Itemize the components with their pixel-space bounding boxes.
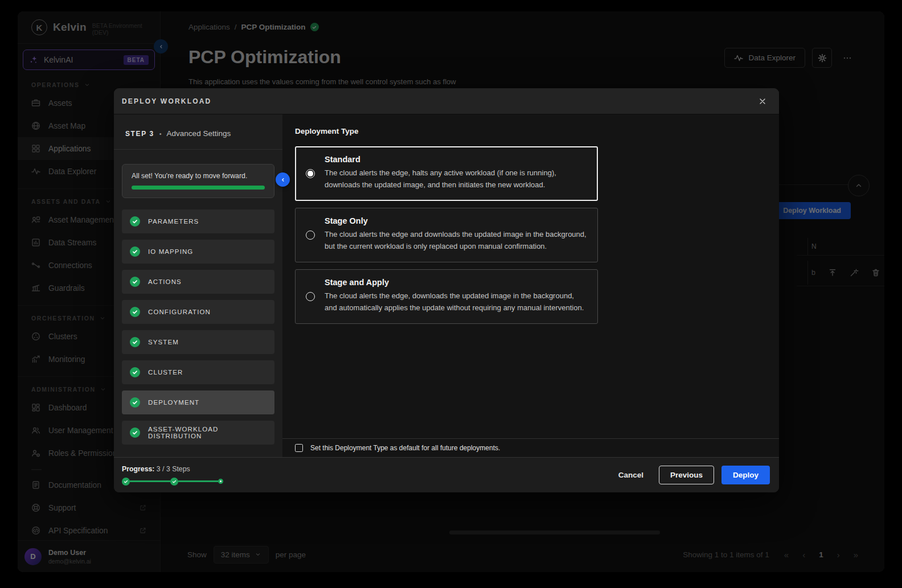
step-item-system[interactable]: SYSTEM <box>122 330 274 354</box>
ready-status-card: All set! You're ready to move forward. <box>122 164 274 198</box>
option-stage-and-apply[interactable]: Stage and Apply The cloud alerts the edg… <box>295 269 598 324</box>
step-item-configuration[interactable]: CONFIGURATION <box>122 300 274 324</box>
check-circle-icon <box>130 397 140 408</box>
option-title: Stage Only <box>325 216 587 225</box>
check-circle-icon <box>130 337 140 347</box>
modal-steps-pane: STEP 3 • Advanced Settings All set! You'… <box>114 114 282 457</box>
step-heading: STEP 3 • Advanced Settings <box>125 129 271 138</box>
step-item-label: CLUSTER <box>148 369 183 376</box>
step-item-label: PARAMETERS <box>148 218 199 225</box>
option-title: Standard <box>325 155 587 164</box>
step-number: STEP 3 <box>125 130 154 138</box>
check-circle-icon <box>130 246 140 257</box>
pane-collapse-button[interactable] <box>276 172 290 187</box>
radio-selected-icon[interactable] <box>306 169 315 178</box>
deploy-workload-modal: DEPLOY WORKLOAD STEP 3 • Advanced Settin… <box>114 88 779 492</box>
app-window: K Kelvin BETA Environment (DEV) KelvinAI… <box>18 11 884 572</box>
deployment-type-heading: Deployment Type <box>295 127 766 135</box>
check-circle-icon <box>130 427 140 438</box>
step-item-label: DEPLOYMENT <box>148 399 199 406</box>
check-circle-icon <box>130 277 140 287</box>
close-button[interactable] <box>754 93 771 110</box>
check-circle-icon <box>130 367 140 377</box>
modal-title: DEPLOY WORKLOAD <box>122 97 211 105</box>
progress-value: 3 / 3 Steps <box>157 465 190 473</box>
radio-icon[interactable] <box>306 231 315 240</box>
option-description: The cloud alerts the edge, downloads the… <box>325 290 587 314</box>
option-description: The cloud alerts the edge and downloads … <box>325 228 587 252</box>
deploy-button[interactable]: Deploy <box>721 466 770 484</box>
progress-text: Progress: 3 / 3 Steps <box>122 465 223 473</box>
option-title: Stage and Apply <box>325 278 587 287</box>
option-description: The cloud alerts the edge, halts any act… <box>325 167 587 191</box>
close-icon <box>758 97 767 106</box>
stepper-line <box>130 480 170 482</box>
step-item-label: IO MAPPING <box>148 248 193 255</box>
modal-actions: Cancel Previous Deploy <box>610 466 770 484</box>
previous-button[interactable]: Previous <box>659 466 714 484</box>
step-separator: • <box>159 130 162 137</box>
step-done-icon <box>170 478 178 486</box>
step-item-actions[interactable]: ACTIONS <box>122 270 274 294</box>
step-item-label: CONFIGURATION <box>148 309 211 315</box>
modal-footer: Progress: 3 / 3 Steps Cancel Previous De… <box>114 457 779 492</box>
modal-content-pane: Deployment Type Standard The cloud alert… <box>282 114 779 457</box>
step-item-parameters[interactable]: PARAMETERS <box>122 209 274 233</box>
modal-header: DEPLOY WORKLOAD <box>114 88 779 114</box>
step-item-label: SYSTEM <box>148 339 179 346</box>
step-item-deployment[interactable]: DEPLOYMENT <box>122 390 274 414</box>
check-circle-icon <box>130 216 140 227</box>
ready-progress-bar <box>132 186 265 190</box>
chevron-left-icon <box>280 177 286 183</box>
option-stage-only[interactable]: Stage Only The cloud alerts the edge and… <box>295 208 598 262</box>
progress-section: Progress: 3 / 3 Steps <box>122 465 223 486</box>
default-checkbox-label: Set this Deployment Type as default for … <box>310 444 500 452</box>
step-current-icon <box>218 479 223 484</box>
progress-label: Progress: <box>122 465 154 473</box>
step-item-asset-workload-distribution[interactable]: ASSET-WORKLOAD DISTRIBUTION <box>122 421 274 445</box>
ready-message: All set! You're ready to move forward. <box>132 172 265 180</box>
default-deployment-row: Set this Deployment Type as default for … <box>282 438 779 457</box>
step-item-label: ASSET-WORKLOAD DISTRIBUTION <box>148 426 266 439</box>
step-name: Advanced Settings <box>167 129 231 138</box>
step-item-label: ACTIONS <box>148 278 182 285</box>
radio-icon[interactable] <box>306 292 315 301</box>
step-item-cluster[interactable]: CLUSTER <box>122 360 274 384</box>
stepper-line <box>178 480 219 482</box>
default-checkbox[interactable] <box>295 444 303 452</box>
divider <box>114 149 282 150</box>
check-circle-icon <box>130 307 140 317</box>
cancel-button[interactable]: Cancel <box>610 466 651 484</box>
step-done-icon <box>122 478 130 486</box>
option-standard[interactable]: Standard The cloud alerts the edge, halt… <box>295 146 598 201</box>
progress-stepper <box>122 478 223 486</box>
step-item-io-mapping[interactable]: IO MAPPING <box>122 240 274 264</box>
